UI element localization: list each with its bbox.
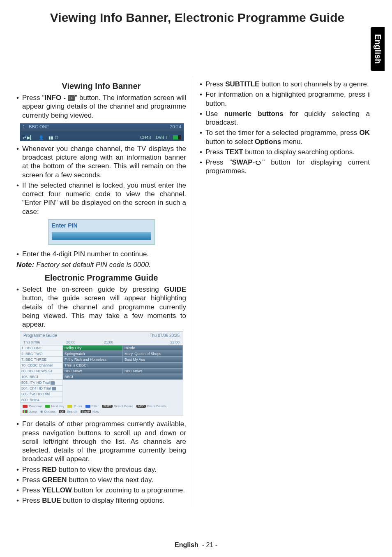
left-column: Viewing Info Banner Press "INFO - i+" bu…: [16, 78, 193, 507]
epg-row: 800. Rete4: [20, 397, 183, 403]
enter-pin-label: Enter PIN: [52, 222, 151, 229]
person-icon: 👤: [39, 135, 44, 140]
hd-icon: [51, 381, 55, 385]
hd-icon: [52, 387, 56, 390]
list-item: Enter the 4-digit PIN number to continue…: [16, 250, 186, 258]
epg-row: 80. BBC NEWS 24BBC NewsBBC News: [20, 368, 183, 374]
note-text: Note: Factory set default PIN code is 00…: [16, 261, 186, 269]
epg-mock: Programme Guide Thu 07/06 20:25 Thu 07/0…: [20, 331, 183, 415]
page-title: Viewing Info Banner, Electronic Programm…: [16, 11, 378, 25]
epg-row: 105. BBCiBBCi: [20, 374, 183, 380]
info-plus-icon: i+: [68, 95, 75, 102]
list-item: Whenever you change channel, the TV disp…: [16, 144, 186, 179]
list-item: Use numeric buttons for quickly selectin…: [200, 109, 370, 127]
swap-icon: [255, 160, 262, 166]
epg-row: 70. CBBC ChannelThis is CBBC!: [20, 362, 183, 368]
list-item: Press "INFO - i+" button. The informatio…: [16, 93, 186, 120]
list-item: Press GREEN button to view the next day.: [16, 476, 186, 484]
list-item: To set the timer for a selected programm…: [200, 128, 370, 146]
epg-row: 505. five HD Trial: [20, 391, 183, 397]
pin-input-bar: [52, 232, 151, 240]
list-item: Press YELLOW button for zooming to a pro…: [16, 486, 186, 494]
list-item: Press SUBTITLE button to sort channels b…: [200, 80, 370, 88]
language-tab: English: [371, 27, 385, 71]
enter-pin-mock: Enter PIN: [48, 219, 155, 245]
shuffle-icon: ⇄ ▶▎: [23, 135, 34, 140]
list-item: Press RED button to view the previous da…: [16, 465, 186, 474]
list-item: Press TEXT button to display searching o…: [200, 148, 370, 156]
list-item: For details of other programmes currentl…: [16, 420, 186, 463]
signal-bars-icon: [173, 135, 181, 139]
list-item: Press BLUE button to display filtering o…: [16, 496, 186, 505]
pause-icon: ▮▮ ☐: [48, 135, 58, 140]
epg-row: 2. BBC TWOSpringwatchMary, Queen of Shop…: [20, 351, 183, 357]
epg-row: 504. Ch4 HD Trial: [20, 385, 183, 391]
epg-row: 503. ITV HD Trial: [20, 380, 183, 385]
right-column: Press SUBTITLE button to sort channels b…: [193, 78, 370, 507]
list-item: Select the on-screen guide by pressing G…: [16, 285, 186, 329]
list-item: Press "SWAP-" button for displaying curr…: [200, 158, 370, 176]
epg-row: 1. BBC ONEHolby CityHustle: [20, 345, 183, 351]
info-banner-mock: 1 BBC ONE 20:24 ⇄ ▶▎ 👤 ▮▮ ☐ CH43 DVB-T: [20, 123, 184, 141]
epg-row: 7. BBC THREEFilthy Rich and HomelessBust…: [20, 357, 183, 362]
list-item: For information on a highlighted program…: [200, 90, 370, 108]
section-heading-epg: Electronic Programme Guide: [16, 273, 186, 283]
page-footer: English - 21 -: [0, 541, 392, 549]
list-item: If the selected channel is locked, you m…: [16, 181, 186, 216]
section-heading-info-banner: Viewing Info Banner: [16, 81, 186, 91]
